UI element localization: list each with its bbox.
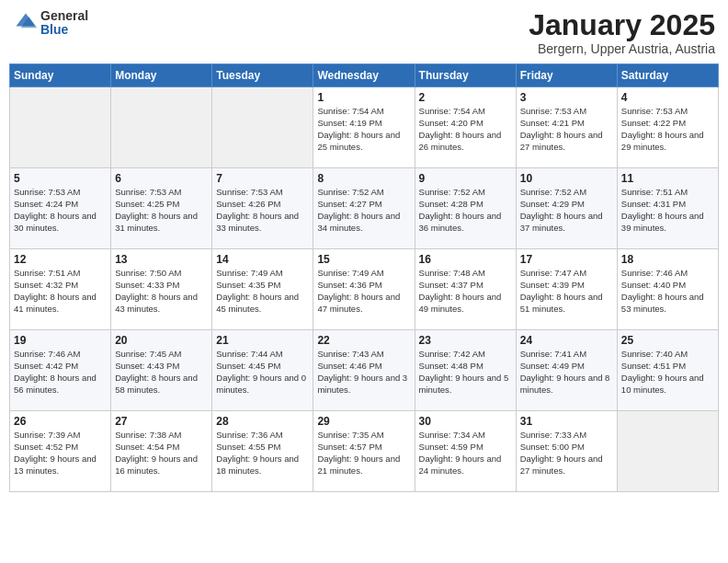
day-number: 17: [520, 253, 613, 266]
day-number: 18: [621, 253, 714, 266]
column-header-wednesday: Wednesday: [313, 64, 415, 87]
day-number: 2: [419, 91, 512, 104]
day-cell: 29Sunrise: 7:35 AMSunset: 4:57 PMDayligh…: [313, 411, 415, 492]
day-number: 25: [621, 334, 714, 347]
day-cell: [617, 411, 718, 492]
logo-icon: [13, 10, 39, 36]
day-cell: 26Sunrise: 7:39 AMSunset: 4:52 PMDayligh…: [10, 411, 111, 492]
day-cell: 28Sunrise: 7:36 AMSunset: 4:55 PMDayligh…: [212, 411, 313, 492]
day-info: Sunrise: 7:49 AMSunset: 4:35 PMDaylight:…: [216, 268, 309, 315]
day-cell: [10, 87, 111, 168]
day-number: 29: [317, 415, 410, 428]
logo-general-text: General: [40, 9, 88, 23]
day-info: Sunrise: 7:52 AMSunset: 4:28 PMDaylight:…: [419, 187, 512, 234]
day-cell: 22Sunrise: 7:43 AMSunset: 4:46 PMDayligh…: [313, 330, 415, 411]
day-number: 21: [216, 334, 309, 347]
day-number: 23: [419, 334, 512, 347]
day-info: Sunrise: 7:39 AMSunset: 4:52 PMDaylight:…: [14, 430, 107, 477]
day-info: Sunrise: 7:35 AMSunset: 4:57 PMDaylight:…: [317, 430, 410, 477]
day-cell: 9Sunrise: 7:52 AMSunset: 4:28 PMDaylight…: [415, 168, 516, 249]
day-info: Sunrise: 7:53 AMSunset: 4:22 PMDaylight:…: [621, 106, 714, 153]
day-cell: [111, 87, 212, 168]
day-number: 8: [317, 172, 410, 185]
day-cell: 20Sunrise: 7:45 AMSunset: 4:43 PMDayligh…: [111, 330, 212, 411]
day-info: Sunrise: 7:54 AMSunset: 4:20 PMDaylight:…: [419, 106, 512, 153]
day-info: Sunrise: 7:51 AMSunset: 4:31 PMDaylight:…: [621, 187, 714, 234]
day-cell: 21Sunrise: 7:44 AMSunset: 4:45 PMDayligh…: [212, 330, 313, 411]
day-number: 16: [419, 253, 512, 266]
day-cell: 17Sunrise: 7:47 AMSunset: 4:39 PMDayligh…: [516, 249, 617, 330]
day-number: 31: [520, 415, 613, 428]
day-info: Sunrise: 7:43 AMSunset: 4:46 PMDaylight:…: [317, 349, 410, 396]
day-number: 9: [419, 172, 512, 185]
day-number: 28: [216, 415, 309, 428]
title-block: January 2025 Bergern, Upper Austria, Aus…: [529, 9, 715, 56]
day-info: Sunrise: 7:53 AMSunset: 4:25 PMDaylight:…: [115, 187, 208, 234]
day-info: Sunrise: 7:41 AMSunset: 4:49 PMDaylight:…: [520, 349, 613, 396]
day-cell: 31Sunrise: 7:33 AMSunset: 5:00 PMDayligh…: [516, 411, 617, 492]
column-header-sunday: Sunday: [10, 64, 111, 87]
day-number: 24: [520, 334, 613, 347]
day-info: Sunrise: 7:44 AMSunset: 4:45 PMDaylight:…: [216, 349, 309, 396]
day-number: 27: [115, 415, 208, 428]
column-header-saturday: Saturday: [617, 64, 718, 87]
day-info: Sunrise: 7:51 AMSunset: 4:32 PMDaylight:…: [14, 268, 107, 315]
day-cell: 13Sunrise: 7:50 AMSunset: 4:33 PMDayligh…: [111, 249, 212, 330]
week-row-2: 5Sunrise: 7:53 AMSunset: 4:24 PMDaylight…: [10, 168, 719, 249]
day-cell: 23Sunrise: 7:42 AMSunset: 4:48 PMDayligh…: [415, 330, 516, 411]
header: General Blue January 2025 Bergern, Upper…: [9, 9, 719, 56]
logo-blue-text: Blue: [40, 23, 88, 37]
day-number: 14: [216, 253, 309, 266]
column-header-thursday: Thursday: [415, 64, 516, 87]
day-info: Sunrise: 7:38 AMSunset: 4:54 PMDaylight:…: [115, 430, 208, 477]
day-info: Sunrise: 7:52 AMSunset: 4:27 PMDaylight:…: [317, 187, 410, 234]
day-info: Sunrise: 7:40 AMSunset: 4:51 PMDaylight:…: [621, 349, 714, 396]
day-info: Sunrise: 7:50 AMSunset: 4:33 PMDaylight:…: [115, 268, 208, 315]
calendar-subtitle: Bergern, Upper Austria, Austria: [529, 41, 715, 56]
day-number: 5: [14, 172, 107, 185]
day-cell: 3Sunrise: 7:53 AMSunset: 4:21 PMDaylight…: [516, 87, 617, 168]
day-cell: 12Sunrise: 7:51 AMSunset: 4:32 PMDayligh…: [10, 249, 111, 330]
day-cell: 2Sunrise: 7:54 AMSunset: 4:20 PMDaylight…: [415, 87, 516, 168]
day-info: Sunrise: 7:54 AMSunset: 4:19 PMDaylight:…: [317, 106, 410, 153]
day-info: Sunrise: 7:48 AMSunset: 4:37 PMDaylight:…: [419, 268, 512, 315]
week-row-1: 1Sunrise: 7:54 AMSunset: 4:19 PMDaylight…: [10, 87, 719, 168]
day-cell: 18Sunrise: 7:46 AMSunset: 4:40 PMDayligh…: [617, 249, 718, 330]
week-row-3: 12Sunrise: 7:51 AMSunset: 4:32 PMDayligh…: [10, 249, 719, 330]
day-info: Sunrise: 7:34 AMSunset: 4:59 PMDaylight:…: [419, 430, 512, 477]
day-number: 7: [216, 172, 309, 185]
calendar-table: SundayMondayTuesdayWednesdayThursdayFrid…: [9, 63, 719, 492]
day-number: 11: [621, 172, 714, 185]
day-cell: 30Sunrise: 7:34 AMSunset: 4:59 PMDayligh…: [415, 411, 516, 492]
day-cell: 4Sunrise: 7:53 AMSunset: 4:22 PMDaylight…: [617, 87, 718, 168]
day-cell: 27Sunrise: 7:38 AMSunset: 4:54 PMDayligh…: [111, 411, 212, 492]
day-cell: 19Sunrise: 7:46 AMSunset: 4:42 PMDayligh…: [10, 330, 111, 411]
day-number: 20: [115, 334, 208, 347]
day-cell: 7Sunrise: 7:53 AMSunset: 4:26 PMDaylight…: [212, 168, 313, 249]
day-cell: 15Sunrise: 7:49 AMSunset: 4:36 PMDayligh…: [313, 249, 415, 330]
day-number: 26: [14, 415, 107, 428]
column-header-friday: Friday: [516, 64, 617, 87]
day-cell: 1Sunrise: 7:54 AMSunset: 4:19 PMDaylight…: [313, 87, 415, 168]
day-info: Sunrise: 7:52 AMSunset: 4:29 PMDaylight:…: [520, 187, 613, 234]
week-row-5: 26Sunrise: 7:39 AMSunset: 4:52 PMDayligh…: [10, 411, 719, 492]
day-cell: [212, 87, 313, 168]
day-info: Sunrise: 7:49 AMSunset: 4:36 PMDaylight:…: [317, 268, 410, 315]
day-info: Sunrise: 7:53 AMSunset: 4:21 PMDaylight:…: [520, 106, 613, 153]
header-row: SundayMondayTuesdayWednesdayThursdayFrid…: [10, 64, 719, 87]
day-number: 22: [317, 334, 410, 347]
page: General Blue January 2025 Bergern, Upper…: [0, 0, 728, 563]
day-number: 1: [317, 91, 410, 104]
day-info: Sunrise: 7:47 AMSunset: 4:39 PMDaylight:…: [520, 268, 613, 315]
day-cell: 11Sunrise: 7:51 AMSunset: 4:31 PMDayligh…: [617, 168, 718, 249]
calendar-title: January 2025: [529, 9, 715, 41]
day-number: 30: [419, 415, 512, 428]
day-info: Sunrise: 7:46 AMSunset: 4:42 PMDaylight:…: [14, 349, 107, 396]
day-cell: 10Sunrise: 7:52 AMSunset: 4:29 PMDayligh…: [516, 168, 617, 249]
day-cell: 6Sunrise: 7:53 AMSunset: 4:25 PMDaylight…: [111, 168, 212, 249]
day-number: 19: [14, 334, 107, 347]
day-cell: 8Sunrise: 7:52 AMSunset: 4:27 PMDaylight…: [313, 168, 415, 249]
day-info: Sunrise: 7:53 AMSunset: 4:26 PMDaylight:…: [216, 187, 309, 234]
day-number: 15: [317, 253, 410, 266]
day-number: 6: [115, 172, 208, 185]
